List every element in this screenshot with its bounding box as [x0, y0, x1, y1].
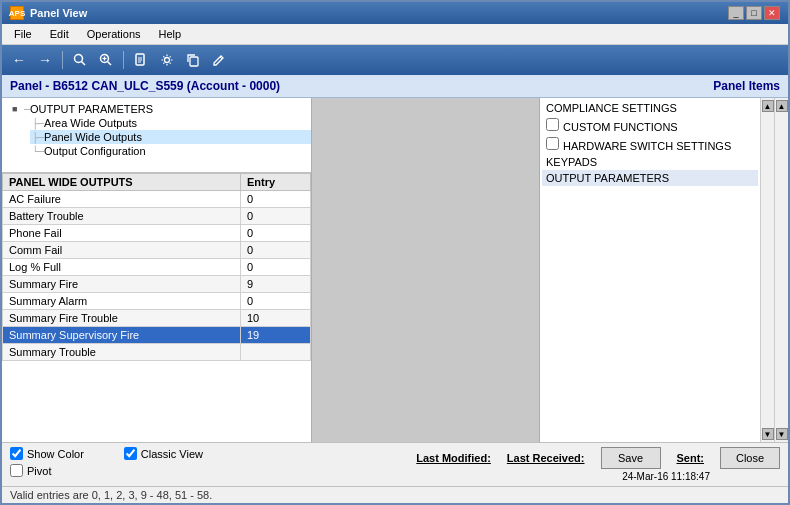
settings-button[interactable] — [156, 49, 178, 71]
last-modified-section: Last Modified: — [416, 452, 491, 464]
cell-name: Phone Fail — [3, 225, 241, 242]
table-row[interactable]: Phone Fail0 — [3, 225, 311, 242]
right-panel-item[interactable]: CUSTOM FUNCTIONS — [542, 116, 758, 135]
cell-name: Summary Trouble — [3, 344, 241, 361]
cell-entry: 0 — [241, 191, 311, 208]
tree-child-1[interactable]: ├─ Area Wide Outputs — [30, 116, 311, 130]
cell-name: Summary Fire Trouble — [3, 310, 241, 327]
svg-line-1 — [82, 62, 86, 66]
title-bar-left: APS Panel View — [10, 6, 87, 20]
pivot-input[interactable] — [10, 464, 23, 477]
classic-view-input[interactable] — [124, 447, 137, 460]
menu-file[interactable]: File — [6, 26, 40, 42]
tree-child-2-label: Panel Wide Outputs — [44, 131, 142, 143]
content-area: ■ ─ OUTPUT PARAMETERS ├─ Area Wide Outpu… — [2, 98, 788, 442]
cell-entry: 10 — [241, 310, 311, 327]
sent-label: Sent: — [677, 452, 705, 464]
panel-title: Panel - B6512 CAN_ULC_S559 (Account - 00… — [10, 79, 280, 93]
right-panel-item[interactable]: HARDWARE SWITCH SETTINGS — [542, 135, 758, 154]
cell-entry — [241, 344, 311, 361]
scrollbar-up[interactable]: ▲ — [762, 100, 774, 112]
cell-entry: 0 — [241, 208, 311, 225]
minimize-button[interactable]: _ — [728, 6, 744, 20]
zoom-button[interactable] — [95, 49, 117, 71]
last-received-section: Last Received: — [507, 452, 585, 464]
right-item-label: COMPLIANCE SETTINGS — [546, 102, 677, 114]
col-header-name: PANEL WIDE OUTPUTS — [3, 174, 241, 191]
status-bar: Valid entries are 0, 1, 2, 3, 9 - 48, 51… — [2, 486, 788, 503]
pivot-checkbox[interactable]: Pivot — [10, 464, 203, 477]
main-scrollbar[interactable]: ▲ ▼ — [774, 98, 788, 442]
cell-name: Battery Trouble — [3, 208, 241, 225]
search-button[interactable] — [69, 49, 91, 71]
show-color-label: Show Color — [27, 448, 84, 460]
menu-operations[interactable]: Operations — [79, 26, 149, 42]
left-section: ■ ─ OUTPUT PARAMETERS ├─ Area Wide Outpu… — [2, 98, 312, 442]
right-item-checkbox[interactable] — [546, 137, 559, 150]
table-row[interactable]: Log % Full0 — [3, 259, 311, 276]
close-button[interactable]: ✕ — [764, 6, 780, 20]
table-row[interactable]: Battery Trouble0 — [3, 208, 311, 225]
table-row[interactable]: Summary Alarm0 — [3, 293, 311, 310]
cell-name: Summary Alarm — [3, 293, 241, 310]
right-section: COMPLIANCE SETTINGSCUSTOM FUNCTIONSHARDW… — [539, 98, 774, 442]
col-header-entry: Entry — [241, 174, 311, 191]
main-scrollbar-down[interactable]: ▼ — [776, 428, 788, 440]
maximize-button[interactable]: □ — [746, 6, 762, 20]
sent-section: Sent: — [677, 452, 705, 464]
right-panel-items: COMPLIANCE SETTINGSCUSTOM FUNCTIONSHARDW… — [540, 98, 760, 442]
scrollbar-down[interactable]: ▼ — [762, 428, 774, 440]
cell-name: Summary Fire — [3, 276, 241, 293]
tree-root-row[interactable]: ■ ─ OUTPUT PARAMETERS — [10, 102, 311, 116]
app-icon: APS — [10, 6, 24, 20]
tree-panel: ■ ─ OUTPUT PARAMETERS ├─ Area Wide Outpu… — [2, 98, 311, 173]
right-panel-item[interactable]: KEYPADS — [542, 154, 758, 170]
classic-view-checkbox[interactable]: Classic View — [124, 447, 203, 460]
table-row[interactable]: Summary Fire Trouble10 — [3, 310, 311, 327]
forward-button[interactable]: → — [34, 49, 56, 71]
svg-point-10 — [165, 58, 170, 63]
menu-help[interactable]: Help — [151, 26, 190, 42]
pivot-checkbox-row: Pivot — [10, 464, 203, 477]
data-table-container: PANEL WIDE OUTPUTS Entry AC Failure0Batt… — [2, 173, 311, 442]
cell-entry: 0 — [241, 259, 311, 276]
tree-child-3[interactable]: └─ Output Configuration — [30, 144, 311, 158]
tree-child-2[interactable]: ├─ Panel Wide Outputs — [30, 130, 311, 144]
right-item-checkbox[interactable] — [546, 118, 559, 131]
right-panel-item[interactable]: COMPLIANCE SETTINGS — [542, 100, 758, 116]
last-modified-value: 24-Mar-16 11:18:47 — [622, 471, 710, 482]
tree-root-node: ■ ─ OUTPUT PARAMETERS ├─ Area Wide Outpu… — [2, 102, 311, 158]
window-title: Panel View — [30, 7, 87, 19]
cell-name: Log % Full — [3, 259, 241, 276]
table-row[interactable]: Summary Fire9 — [3, 276, 311, 293]
table-row[interactable]: Comm Fail0 — [3, 242, 311, 259]
cell-entry: 0 — [241, 225, 311, 242]
show-color-input[interactable] — [10, 447, 23, 460]
show-color-checkbox[interactable]: Show Color — [10, 447, 84, 460]
copy-button[interactable] — [182, 49, 204, 71]
main-window: APS Panel View _ □ ✕ File Edit Operation… — [0, 0, 790, 505]
cell-name: Comm Fail — [3, 242, 241, 259]
edit-button[interactable] — [208, 49, 230, 71]
right-panel-item[interactable]: OUTPUT PARAMETERS — [542, 170, 758, 186]
cell-entry: 9 — [241, 276, 311, 293]
close-button[interactable]: Close — [720, 447, 780, 469]
svg-rect-11 — [190, 57, 198, 66]
title-bar: APS Panel View _ □ ✕ — [2, 2, 788, 24]
table-row[interactable]: Summary Supervisory Fire19 — [3, 327, 311, 344]
main-scrollbar-up[interactable]: ▲ — [776, 100, 788, 112]
last-modified-label: Last Modified: — [416, 452, 491, 464]
right-item-label: OUTPUT PARAMETERS — [546, 172, 669, 184]
app-icon-text: APS — [9, 9, 25, 18]
save-button[interactable]: Save — [601, 447, 661, 469]
table-row[interactable]: Summary Trouble — [3, 344, 311, 361]
menu-edit[interactable]: Edit — [42, 26, 77, 42]
table-row[interactable]: AC Failure0 — [3, 191, 311, 208]
tree-child-1-label: Area Wide Outputs — [44, 117, 137, 129]
last-received-label: Last Received: — [507, 452, 585, 464]
document-button[interactable] — [130, 49, 152, 71]
back-button[interactable]: ← — [8, 49, 30, 71]
status-text: Valid entries are 0, 1, 2, 3, 9 - 48, 51… — [10, 489, 212, 501]
checkboxes: Show Color Classic View — [10, 447, 203, 460]
right-scrollbar[interactable]: ▲ ▼ — [760, 98, 774, 442]
